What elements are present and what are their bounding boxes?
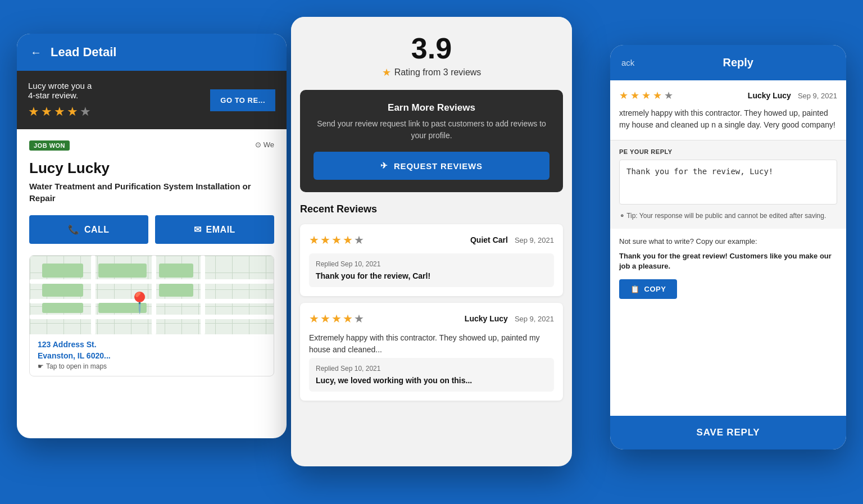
recent-reviews-section: Recent Reviews ★ ★ ★ ★ ★ Quiet Carl Sep … bbox=[291, 192, 572, 419]
review-1-reply-date: Replied Sep 10, 2021 bbox=[316, 260, 547, 268]
reply-card: ack Reply ★ ★ ★ ★ ★ Lucky Lucy Sep 9, 20… bbox=[610, 45, 846, 449]
reviewer-1-info: Quiet Carl Sep 9, 2021 bbox=[470, 235, 554, 244]
rr-star-4: ★ bbox=[653, 89, 662, 102]
reply-review-body: xtremely happy with this contractor. The… bbox=[619, 107, 837, 131]
copy-icon: 📋 bbox=[630, 285, 640, 293]
star-2: ★ bbox=[41, 105, 52, 119]
review-2-reply-text: Lucy, we loved working with you on this.… bbox=[316, 376, 547, 385]
r1-star-1: ★ bbox=[309, 233, 319, 247]
review-1-date: Sep 9, 2021 bbox=[515, 236, 554, 244]
phone-icon: 📞 bbox=[68, 224, 80, 235]
review-2-stars: ★ ★ ★ ★ ★ bbox=[309, 312, 364, 325]
r2-star-1: ★ bbox=[309, 312, 319, 325]
r2-star-5: ★ bbox=[354, 312, 364, 325]
tap-to-open-text: ☛ Tap to open in maps bbox=[38, 362, 266, 370]
earn-reviews-description: Send your review request link to past cu… bbox=[314, 118, 549, 142]
copy-button[interactable]: 📋 COPY bbox=[619, 279, 677, 299]
type-reply-label: PE YOUR REPLY bbox=[619, 148, 837, 155]
review-card-2: ★ ★ ★ ★ ★ Lucky Lucy Sep 9, 2021 Extreme… bbox=[300, 303, 563, 401]
review-banner-text: Lucy wrote you a 4-star review. bbox=[28, 81, 92, 100]
maps-icon: ☛ bbox=[38, 362, 44, 370]
action-buttons: 📞 CALL ✉ EMAIL bbox=[29, 215, 274, 244]
reply-header: ack Reply bbox=[610, 45, 846, 80]
rating-header: 3.9 ★ Rating from 3 reviews bbox=[291, 17, 572, 90]
send-icon: ✈ bbox=[380, 161, 388, 171]
rating-subtitle: ★ Rating from 3 reviews bbox=[302, 66, 561, 79]
r1-star-4: ★ bbox=[343, 233, 353, 247]
go-to-review-button[interactable]: GO TO RE... bbox=[210, 89, 275, 111]
review-stars: ★ ★ ★ ★ ★ bbox=[28, 105, 92, 119]
rr-star-1: ★ bbox=[619, 89, 628, 102]
r1-star-2: ★ bbox=[320, 233, 330, 247]
review-2-date: Sep 9, 2021 bbox=[515, 315, 554, 323]
r1-star-5: ★ bbox=[354, 233, 364, 247]
job-won-badge: JOB WON bbox=[29, 140, 70, 151]
rating-number: 3.9 bbox=[302, 34, 561, 63]
earn-reviews-box: Earn More Reviews Send your review reque… bbox=[300, 90, 563, 192]
review-banner: Lucy wrote you a 4-star review. ★ ★ ★ ★ … bbox=[17, 71, 287, 129]
star-5: ★ bbox=[80, 105, 91, 119]
save-reply-button[interactable]: SAVE REPLY bbox=[610, 416, 846, 449]
review-2-reply-date: Replied Sep 10, 2021 bbox=[316, 365, 547, 373]
reply-title: Reply bbox=[641, 56, 835, 69]
review-card-1-header: ★ ★ ★ ★ ★ Quiet Carl Sep 9, 2021 bbox=[309, 233, 554, 247]
earn-reviews-title: Earn More Reviews bbox=[314, 102, 549, 113]
review-2-reply-box: Replied Sep 10, 2021 Lucy, we loved work… bbox=[309, 358, 554, 392]
rr-star-2: ★ bbox=[630, 89, 639, 102]
lead-detail-title: Lead Detail bbox=[51, 45, 116, 60]
map-pin-icon: 📍 bbox=[127, 291, 152, 315]
star-1: ★ bbox=[28, 105, 39, 119]
review-1-reply-box: Replied Sep 10, 2021 Thank you for the r… bbox=[309, 253, 554, 287]
address-line2: Evanston, IL 6020... bbox=[38, 351, 266, 360]
reply-review-section: ★ ★ ★ ★ ★ Lucky Lucy Sep 9, 2021 xtremel… bbox=[610, 80, 846, 140]
request-reviews-button[interactable]: ✈ REQUEST REVIEWS bbox=[314, 152, 549, 180]
review-banner-left: Lucy wrote you a 4-star review. ★ ★ ★ ★ … bbox=[28, 81, 92, 119]
rating-star-icon: ★ bbox=[382, 66, 391, 79]
star-4: ★ bbox=[67, 105, 78, 119]
call-button[interactable]: 📞 CALL bbox=[29, 215, 148, 244]
reply-review-header: ★ ★ ★ ★ ★ Lucky Lucy Sep 9, 2021 bbox=[619, 89, 837, 102]
example-section: Not sure what to write? Copy our example… bbox=[610, 229, 846, 307]
email-button[interactable]: ✉ EMAIL bbox=[155, 215, 274, 244]
tip-text: ⚬ Tip: Your response will be public and … bbox=[619, 211, 837, 221]
email-icon: ✉ bbox=[194, 224, 202, 235]
lead-detail-header: ← Lead Detail bbox=[17, 34, 287, 71]
map-section[interactable]: 📍 123 Address St. Evanston, IL 6020... ☛… bbox=[29, 255, 274, 376]
lead-content: JOB WON ⊙ We Lucy Lucky Water Treatment … bbox=[17, 129, 287, 388]
back-arrow-icon[interactable]: ← bbox=[30, 46, 42, 59]
we-label: ⊙ We bbox=[255, 140, 274, 149]
review-1-reply-text: Thank you for the review, Carl! bbox=[316, 271, 547, 280]
lead-name: Lucy Lucky bbox=[29, 160, 274, 177]
reviewer-2-name: Lucky Lucy bbox=[465, 314, 508, 323]
reviews-card: 3.9 ★ Rating from 3 reviews Earn More Re… bbox=[291, 17, 572, 466]
reply-review-date: Sep 9, 2021 bbox=[798, 92, 837, 100]
reply-reviewer-name: Lucky Lucy bbox=[748, 91, 791, 100]
reviewer-2-info: Lucky Lucy Sep 9, 2021 bbox=[465, 314, 554, 323]
example-label: Not sure what to write? Copy our example… bbox=[619, 237, 837, 247]
type-reply-section: PE YOUR REPLY Thank you for the review, … bbox=[610, 140, 846, 229]
r2-star-4: ★ bbox=[343, 312, 353, 325]
rr-star-5: ★ bbox=[664, 89, 673, 102]
reply-back-text[interactable]: ack bbox=[621, 58, 634, 67]
lead-service: Water Treatment and Purification System … bbox=[29, 180, 274, 204]
address-line1: 123 Address St. bbox=[38, 340, 266, 349]
r2-star-3: ★ bbox=[331, 312, 342, 325]
reviewer-1-name: Quiet Carl bbox=[470, 235, 508, 244]
r1-star-3: ★ bbox=[331, 233, 342, 247]
recent-reviews-title: Recent Reviews bbox=[300, 203, 563, 215]
example-text: Thank you for the great review! Customer… bbox=[619, 251, 837, 271]
map-image: 📍 bbox=[30, 256, 274, 334]
lead-detail-card: ← Lead Detail Lucy wrote you a 4-star re… bbox=[17, 34, 287, 438]
reply-textarea[interactable]: Thank you for the review, Lucy! bbox=[619, 160, 837, 205]
rr-star-3: ★ bbox=[642, 89, 651, 102]
star-3: ★ bbox=[54, 105, 65, 119]
review-2-body: Extremely happy with this contractor. Th… bbox=[309, 332, 554, 356]
map-address: 123 Address St. Evanston, IL 6020... ☛ T… bbox=[30, 334, 274, 376]
r2-star-2: ★ bbox=[320, 312, 330, 325]
review-1-stars: ★ ★ ★ ★ ★ bbox=[309, 233, 364, 247]
review-card-2-header: ★ ★ ★ ★ ★ Lucky Lucy Sep 9, 2021 bbox=[309, 312, 554, 325]
review-card-1: ★ ★ ★ ★ ★ Quiet Carl Sep 9, 2021 Replied… bbox=[300, 224, 563, 296]
